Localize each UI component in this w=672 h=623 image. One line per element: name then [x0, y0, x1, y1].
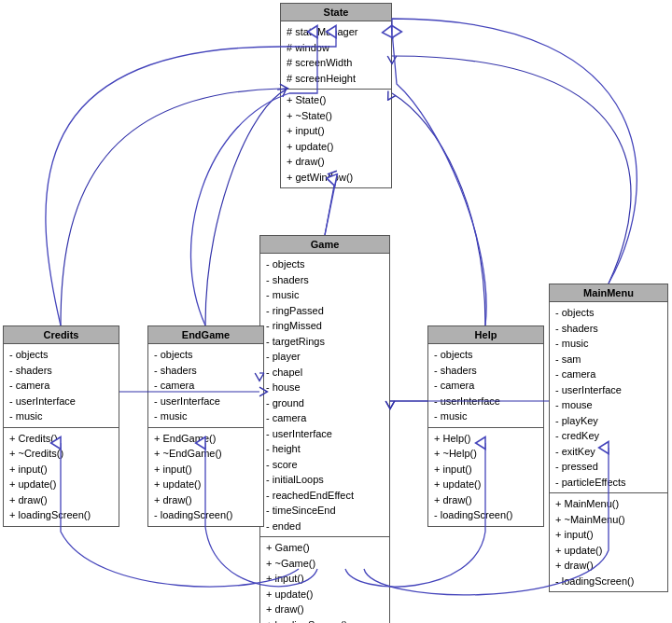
help-class: Help - objects - shaders - camera - user… [427, 325, 544, 527]
help-state-arrow [392, 93, 485, 325]
mainmenu-state-arrow [392, 56, 631, 284]
state-methods: + State() + ~State() + input() + update(… [281, 90, 391, 187]
help-attributes: - objects - shaders - camera - userInter… [428, 344, 543, 428]
credits-class: Credits - objects - shaders - camera - u… [3, 325, 119, 527]
mainmenu-title: MainMenu [550, 284, 667, 302]
credits-attributes: - objects - shaders - camera - userInter… [4, 344, 119, 428]
game-methods: + Game() + ~Game() + input() + update() … [260, 537, 389, 623]
help-to-state [392, 32, 486, 325]
credits-title: Credits [4, 326, 119, 344]
mainmenu-attributes: - objects - shaders - music - sam - came… [550, 302, 667, 493]
credits-state-arrow [61, 89, 280, 325]
game-class: Game - objects - shaders - music - ringP… [259, 235, 390, 623]
endgame-title: EndGame [148, 326, 263, 344]
endgame-methods: + EndGame() + ~EndGame() + input() + upd… [148, 428, 263, 526]
state-class: State # stateManager # window # screenWi… [280, 3, 392, 188]
game-attributes: - objects - shaders - music - ringPassed… [260, 254, 389, 537]
endgame-attributes: - objects - shaders - camera - userInter… [148, 344, 263, 428]
state-title: State [281, 4, 391, 21]
game-title: Game [260, 236, 389, 254]
mainmenu-class: MainMenu - objects - shaders - music - s… [549, 284, 668, 592]
mainmenu-methods: + MainMenu() + ~MainMenu() + input() + u… [550, 493, 667, 591]
help-methods: + Help() + ~Help() + input() + update() … [428, 428, 543, 526]
state-attributes: # stateManager # window # screenWidth # … [281, 21, 391, 90]
mainmenu-to-state [392, 19, 637, 284]
help-title: Help [428, 326, 543, 344]
endgame-class: EndGame - objects - shaders - camera - u… [147, 325, 264, 527]
credits-methods: + Credits() + ~Credits() + input() + upd… [4, 428, 119, 526]
